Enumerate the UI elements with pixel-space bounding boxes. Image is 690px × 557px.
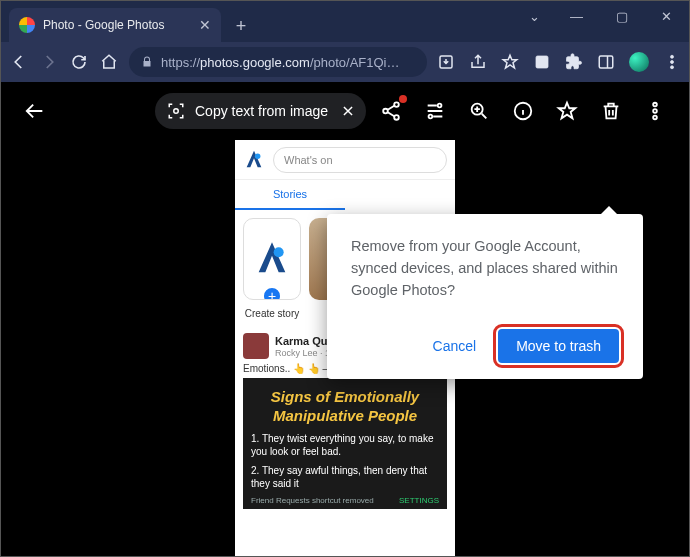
new-tab-button[interactable]: + bbox=[227, 12, 255, 40]
viewer-back-button[interactable] bbox=[15, 91, 55, 131]
plus-badge-icon: + bbox=[261, 285, 283, 300]
svg-point-18 bbox=[274, 247, 284, 257]
meme-title: Signs of EmotionallyManipulative People bbox=[251, 388, 439, 426]
window-controls: ⌄ — ▢ ✕ bbox=[514, 1, 689, 31]
reload-button[interactable] bbox=[69, 52, 89, 72]
tab-stories: Stories bbox=[235, 180, 345, 210]
photo-viewer: Copy text from image What's on Stories bbox=[1, 82, 689, 557]
url-text: https://photos.google.com/photo/AF1Qi… bbox=[161, 55, 400, 70]
viewer-edit-button[interactable] bbox=[415, 91, 455, 131]
address-bar[interactable]: https://photos.google.com/photo/AF1Qi… bbox=[129, 47, 427, 77]
dialog-message: Remove from your Google Account, synced … bbox=[351, 236, 619, 301]
svg-rect-2 bbox=[599, 56, 613, 68]
svg-point-15 bbox=[653, 109, 657, 113]
svg-point-14 bbox=[653, 103, 657, 107]
sidepanel-icon[interactable] bbox=[597, 52, 615, 72]
window-close-button[interactable]: ✕ bbox=[644, 1, 689, 31]
browser-menu-icon[interactable] bbox=[663, 52, 681, 72]
svg-point-16 bbox=[653, 116, 657, 120]
viewer-delete-button[interactable] bbox=[591, 91, 631, 131]
pill-close-icon[interactable] bbox=[338, 101, 358, 121]
forward-button[interactable] bbox=[39, 52, 59, 72]
svg-rect-1 bbox=[536, 56, 548, 68]
create-story-label: Create story bbox=[243, 308, 301, 319]
bookmark-star-icon[interactable] bbox=[501, 52, 519, 72]
app-tabs: Stories bbox=[235, 180, 455, 210]
meme-line: 2. They say awful things, then deny that… bbox=[251, 464, 439, 490]
window-titlebar: Photo - Google Photos ✕ + ⌄ — ▢ ✕ bbox=[1, 1, 689, 42]
window-maximize-button[interactable]: ▢ bbox=[599, 1, 644, 31]
viewer-info-button[interactable] bbox=[503, 91, 543, 131]
copy-text-pill[interactable]: Copy text from image bbox=[155, 93, 366, 129]
home-button[interactable] bbox=[99, 52, 119, 72]
lens-icon bbox=[167, 102, 185, 120]
viewer-share-button[interactable] bbox=[371, 91, 411, 131]
post-avatar-icon bbox=[243, 333, 269, 359]
app-search-input: What's on bbox=[273, 147, 447, 173]
snackbar: Friend Requests shortcut removed SETTING… bbox=[251, 496, 439, 505]
lock-icon bbox=[141, 56, 153, 68]
snackbar-action: SETTINGS bbox=[399, 496, 439, 505]
svg-point-10 bbox=[438, 104, 442, 108]
svg-point-4 bbox=[671, 61, 674, 64]
move-to-trash-button[interactable]: Move to trash bbox=[498, 329, 619, 363]
post-image: Signs of EmotionallyManipulative People … bbox=[243, 378, 447, 509]
viewer-toolbar: Copy text from image bbox=[1, 82, 689, 140]
svg-point-11 bbox=[429, 115, 433, 119]
tab-search-icon[interactable]: ⌄ bbox=[514, 1, 554, 31]
google-photos-favicon bbox=[19, 17, 35, 33]
viewer-favorite-button[interactable] bbox=[547, 91, 587, 131]
profile-avatar-icon[interactable] bbox=[629, 52, 649, 72]
app-logo-large-icon bbox=[252, 239, 292, 279]
svg-point-5 bbox=[671, 66, 674, 69]
viewer-zoom-button[interactable] bbox=[459, 91, 499, 131]
cancel-button[interactable]: Cancel bbox=[423, 330, 487, 362]
browser-toolbar: https://photos.google.com/photo/AF1Qi… bbox=[1, 42, 689, 82]
window-minimize-button[interactable]: — bbox=[554, 1, 599, 31]
share-icon[interactable] bbox=[469, 52, 487, 72]
tab-close-icon[interactable]: ✕ bbox=[199, 17, 211, 33]
app-header: What's on bbox=[235, 140, 455, 180]
install-app-icon[interactable] bbox=[437, 52, 455, 72]
delete-confirm-dialog: Remove from your Google Account, synced … bbox=[327, 214, 643, 379]
svg-point-6 bbox=[174, 109, 179, 114]
create-story-card: + bbox=[243, 218, 301, 300]
svg-point-17 bbox=[255, 153, 260, 159]
svg-point-3 bbox=[671, 55, 674, 58]
extensions-puzzle-icon[interactable] bbox=[565, 52, 583, 72]
back-button[interactable] bbox=[9, 52, 29, 72]
meme-line: 1. They twist everything you say, to mak… bbox=[251, 432, 439, 458]
tab-title: Photo - Google Photos bbox=[43, 18, 191, 32]
snackbar-text: Friend Requests shortcut removed bbox=[251, 496, 374, 505]
app-logo-icon bbox=[243, 149, 265, 171]
pill-label: Copy text from image bbox=[195, 103, 328, 119]
extension-icon[interactable] bbox=[533, 52, 551, 72]
browser-tab[interactable]: Photo - Google Photos ✕ bbox=[9, 8, 221, 42]
viewer-more-button[interactable] bbox=[635, 91, 675, 131]
